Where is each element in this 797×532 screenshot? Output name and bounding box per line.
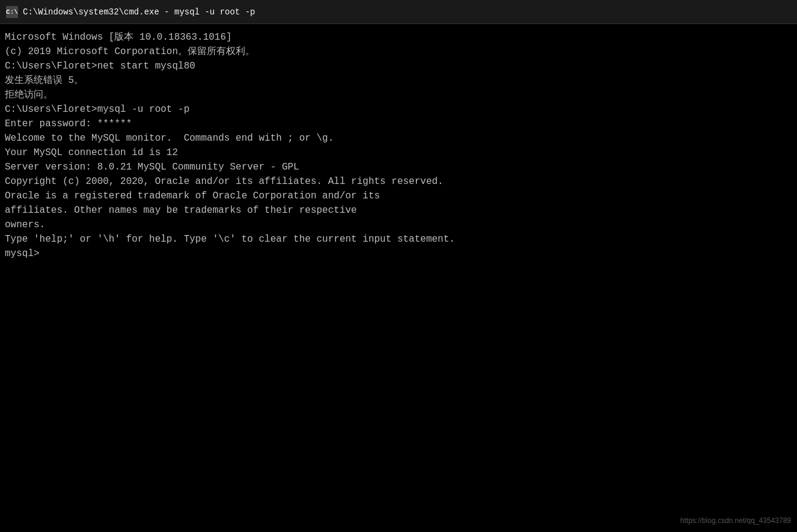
terminal-line: Server version: 8.0.21 MySQL Community S… [5, 160, 792, 174]
terminal-line: C:\Users\Floret>mysql -u root -p [5, 102, 792, 117]
terminal-body[interactable]: Microsoft Windows [版本 10.0.18363.1016](c… [0, 24, 797, 532]
terminal-line: Copyright (c) 2000, 2020, Oracle and/or … [5, 174, 792, 189]
cmd-icon: C:\ [6, 6, 18, 18]
terminal-line: Type 'help;' or '\h' for help. Type '\c'… [5, 232, 792, 246]
terminal-line: Enter password: ****** [5, 117, 792, 131]
terminal-output: Microsoft Windows [版本 10.0.18363.1016](c… [5, 30, 792, 261]
terminal-line: Microsoft Windows [版本 10.0.18363.1016] [5, 30, 792, 44]
terminal-line: Your MySQL connection id is 12 [5, 145, 792, 160]
terminal-line: owners. [5, 218, 792, 232]
terminal-line: C:\Users\Floret>net start mysql80 [5, 59, 792, 73]
watermark: https://blog.csdn.net/qq_43543789 [680, 515, 791, 526]
terminal-line: mysql> [5, 246, 792, 261]
title-bar-text: C:\Windows\system32\cmd.exe - mysql -u r… [23, 7, 255, 17]
terminal-line: (c) 2019 Microsoft Corporation。保留所有权利。 [5, 44, 792, 59]
terminal-line: Welcome to the MySQL monitor. Commands e… [5, 131, 792, 145]
terminal-line: Oracle is a registered trademark of Orac… [5, 189, 792, 203]
terminal-line: 发生系统错误 5。 [5, 73, 792, 88]
terminal-line: 拒绝访问。 [5, 88, 792, 102]
title-bar: C:\ C:\Windows\system32\cmd.exe - mysql … [0, 0, 797, 24]
terminal-line: affiliates. Other names may be trademark… [5, 203, 792, 218]
